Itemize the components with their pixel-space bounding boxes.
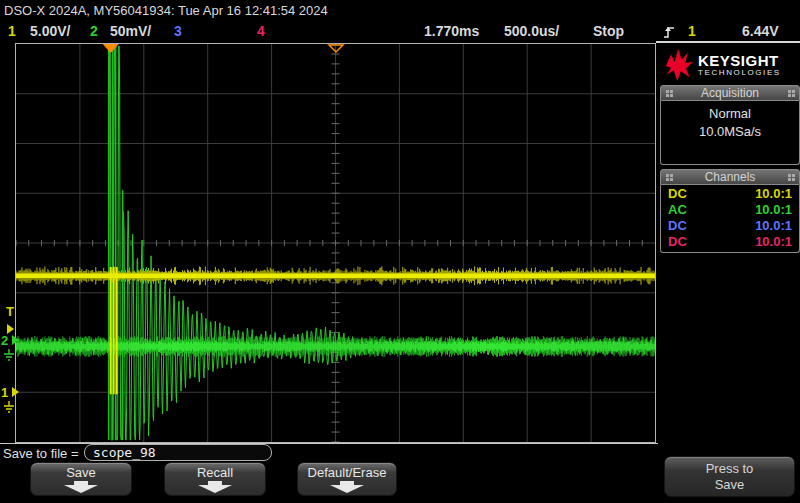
acquisition-header: Acquisition — [660, 85, 800, 101]
ch3-number[interactable]: 3 — [174, 23, 182, 39]
ch2-scale[interactable]: 50mV/ — [110, 23, 151, 39]
channel-row-2: AC 10.0:1 — [661, 202, 799, 218]
ch4-number[interactable]: 4 — [257, 23, 265, 39]
menu-down-arrow-icon — [298, 481, 396, 496]
channels-header: Channels — [660, 169, 800, 185]
press-to-save-line1: Press to — [665, 461, 794, 477]
acquisition-panel: Normal 10.0MSa/s — [660, 101, 800, 165]
ch1-coupling: DC — [668, 186, 687, 202]
ch1-probe-ratio: 10.0:1 — [755, 186, 792, 202]
side-panel: KEYSIGHT TECHNOLOGIES Acquisition Normal… — [660, 44, 800, 253]
oscilloscope-screen: DSO-X 2024A, MY56041934: Tue Apr 16 12:4… — [0, 0, 800, 503]
ch1-number[interactable]: 1 — [8, 23, 16, 39]
channel-row-4: DC 10.0:1 — [661, 234, 799, 250]
timebase-scale[interactable]: 500.0us/ — [504, 23, 559, 39]
ch2-position-label: 2 — [1, 333, 8, 348]
run-state[interactable]: Stop — [593, 23, 624, 39]
press-to-save-line2: Save — [665, 477, 794, 493]
channel-row-3: DC 10.0:1 — [661, 218, 799, 234]
waveform-display — [15, 43, 656, 443]
grip-icon — [788, 90, 791, 93]
ch2-probe-ratio: 10.0:1 — [755, 202, 792, 218]
press-to-save-softkey[interactable]: Press to Save — [664, 456, 795, 497]
ch1-ground-label: 1 — [1, 385, 8, 400]
sample-rate: 10.0MSa/s — [661, 123, 799, 141]
instrument-title: DSO-X 2024A, MY56041934: Tue Apr 16 12:4… — [4, 3, 328, 18]
trigger-level-label: T — [6, 304, 14, 319]
trigger-source[interactable]: 1 — [688, 23, 696, 39]
recall-softkey-label: Recall — [165, 465, 265, 480]
acquisition-mode: Normal — [661, 105, 799, 123]
grip-icon — [788, 174, 791, 177]
trigger-level-marker[interactable]: T — [6, 306, 14, 318]
ch2-coupling: AC — [668, 202, 687, 218]
default-erase-softkey-label: Default/Erase — [298, 465, 396, 480]
brand-name: KEYSIGHT — [698, 53, 781, 68]
acquisition-title: Acquisition — [701, 86, 759, 100]
trigger-level[interactable]: 6.44V — [742, 23, 779, 39]
ch1-scale[interactable]: 5.00V/ — [30, 23, 70, 39]
brand-subname: TECHNOLOGIES — [698, 68, 781, 78]
save-softkey-label: Save — [31, 465, 131, 480]
grip-icon — [666, 90, 669, 93]
ch1-ground-icon — [3, 399, 15, 417]
save-to-file-label: Save to file = — [3, 446, 79, 461]
ch1-ground-marker[interactable]: 1 — [1, 387, 19, 399]
ch4-probe-ratio: 10.0:1 — [755, 234, 792, 250]
keysight-spark-icon — [664, 48, 694, 82]
save-softkey[interactable]: Save — [30, 462, 132, 496]
ch3-coupling: DC — [668, 218, 687, 234]
default-erase-softkey[interactable]: Default/Erase — [297, 462, 397, 496]
ch3-probe-ratio: 10.0:1 — [755, 218, 792, 234]
channels-title: Channels — [705, 170, 756, 184]
recall-softkey[interactable]: Recall — [164, 462, 266, 496]
ch2-position-marker[interactable]: 2 — [1, 335, 19, 347]
ch4-coupling: DC — [668, 234, 687, 250]
ch2-number[interactable]: 2 — [90, 23, 98, 39]
trigger-section-underline — [656, 41, 800, 43]
grip-icon — [666, 174, 669, 177]
ch2-ground-icon — [3, 347, 15, 365]
waveform-canvas — [16, 44, 655, 442]
delay-time[interactable]: 1.770ms — [424, 23, 479, 39]
keysight-logo: KEYSIGHT TECHNOLOGIES — [660, 44, 800, 85]
menu-down-arrow-icon — [31, 481, 131, 496]
menu-down-arrow-icon — [165, 481, 265, 496]
channel-row-1: DC 10.0:1 — [661, 186, 799, 202]
channels-panel: DC 10.0:1 AC 10.0:1 DC 10.0:1 DC 10.0:1 — [660, 185, 800, 253]
filename-input[interactable]: scope_98 — [84, 444, 272, 461]
